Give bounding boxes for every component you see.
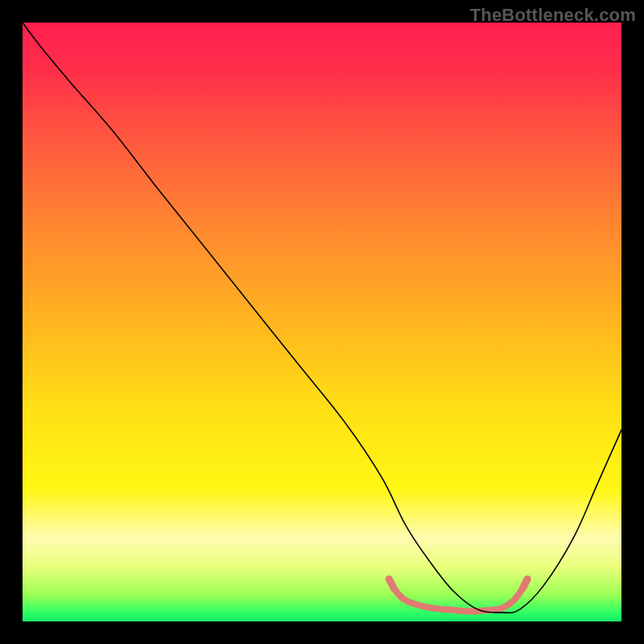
- bottom-highlight: [394, 588, 522, 611]
- highlight-end-left: [389, 579, 394, 588]
- curve-layer: [23, 23, 621, 621]
- highlight-end-right: [522, 579, 527, 588]
- plot-area: [23, 23, 621, 621]
- plot-frame: [23, 23, 621, 621]
- bottleneck-curve: [23, 23, 621, 613]
- watermark-text: TheBottleneck.com: [470, 5, 636, 26]
